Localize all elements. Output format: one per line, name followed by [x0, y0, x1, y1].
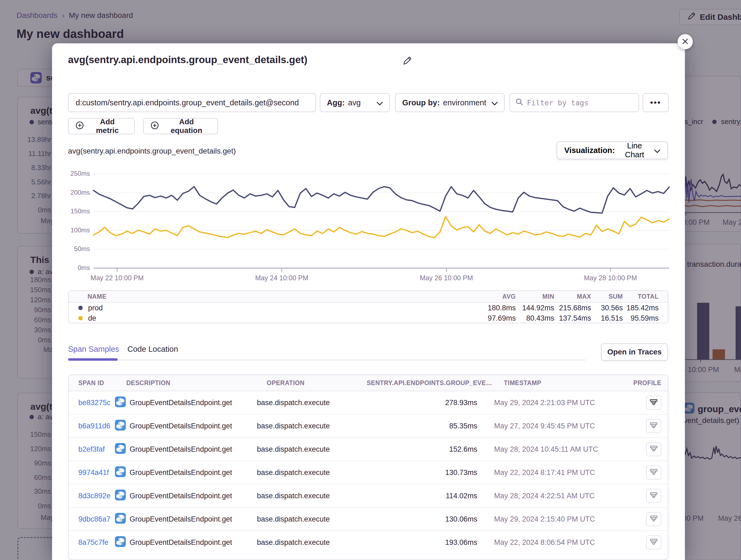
- span-id-link[interactable]: b2ef3faf: [78, 445, 105, 454]
- summary-header-max: MAX: [554, 293, 591, 300]
- span-timestamp: May 29, 2024 2:15:40 PM UTC: [494, 515, 603, 524]
- series-avg: 180.8ms: [475, 304, 516, 312]
- span-timestamp: May 22, 2024 8:06:54 PM UTC: [494, 538, 603, 547]
- axis-tick: 150ms: [52, 208, 90, 215]
- series-total: 95.59ms: [623, 314, 659, 323]
- span-operation: base.dispatch.execute: [257, 515, 357, 524]
- span-id-link[interactable]: 9dbc86a7: [78, 515, 111, 524]
- profiling-icon: [650, 445, 658, 453]
- tag-filter-field: [510, 93, 639, 112]
- visualization-select[interactable]: Visualization: Line Chart: [557, 141, 668, 159]
- span-id-link[interactable]: b6a911d6: [78, 422, 110, 430]
- span-id-link[interactable]: be83275c: [78, 399, 111, 407]
- series-max: 215.68ms: [554, 304, 591, 312]
- span-sample-row[interactable]: 8d3c892e GroupEventDetailsEndpoint.get b…: [69, 484, 668, 508]
- add-metric-label: Add metric: [87, 117, 127, 135]
- span-duration: 130.06ms: [357, 515, 477, 524]
- series-color-dot: [78, 316, 83, 320]
- span-id-link[interactable]: 9974a41f: [78, 469, 109, 477]
- plus-circle-icon: [151, 121, 159, 131]
- span-description: GroupEventDetailsEndpoint.get: [130, 445, 232, 454]
- metric-details-modal: avg(sentry.api.endpoints.group_event_det…: [52, 43, 685, 560]
- header-profile: PROFILE: [612, 379, 668, 387]
- header-metric-value: SENTRY.API.ENDPOINTS.GROUP_EVE…: [367, 379, 487, 387]
- header-span-id: SPAN ID: [69, 379, 126, 387]
- overflow-menu-button[interactable]: •••: [643, 93, 669, 112]
- span-table-body: be83275c GroupEventDetailsEndpoint.get b…: [69, 391, 668, 554]
- span-timestamp: May 22, 2024 8:17:41 PM UTC: [494, 469, 603, 477]
- view-profile-button[interactable]: [646, 512, 661, 526]
- aggregate-value: avg: [348, 98, 361, 107]
- axis-tick: May 28 10:00 PM: [570, 274, 651, 282]
- summary-header-total: TOTAL: [623, 293, 659, 300]
- aggregate-select[interactable]: Agg: avg: [320, 93, 390, 112]
- span-timestamp: May 28, 2024 10:45:11 AM UTC: [494, 445, 603, 454]
- span-timestamp: May 29, 2024 2:21:03 PM UTC: [494, 399, 603, 407]
- chart-series-label: avg(sentry.api.endpoints.group_event_det…: [68, 147, 236, 155]
- summary-header-avg: AVG: [475, 293, 516, 300]
- axis-tick: 200ms: [52, 189, 90, 196]
- span-sample-row[interactable]: 8a75c7fe GroupEventDetailsEndpoint.get b…: [69, 531, 668, 554]
- span-description: GroupEventDetailsEndpoint.get: [130, 469, 232, 477]
- tab-span-samples[interactable]: Span Samples: [68, 345, 119, 354]
- series-total: 185.42ms: [623, 304, 659, 312]
- python-icon: [115, 536, 126, 549]
- add-metric-button[interactable]: Add metric: [68, 118, 135, 134]
- modal-title: avg(sentry.api.endpoints.group_event_det…: [68, 54, 307, 66]
- span-sample-row[interactable]: 9dbc86a7 GroupEventDetailsEndpoint.get b…: [69, 508, 668, 531]
- view-profile-button[interactable]: [646, 466, 661, 480]
- tag-filter-input[interactable]: [527, 98, 633, 107]
- python-icon: [115, 443, 126, 456]
- span-sample-row[interactable]: be83275c GroupEventDetailsEndpoint.get b…: [69, 391, 668, 415]
- span-duration: 152.6ms: [357, 445, 477, 454]
- span-operation: base.dispatch.execute: [257, 422, 357, 430]
- search-icon: [516, 98, 523, 107]
- edit-title-button[interactable]: [401, 55, 413, 67]
- python-icon: [115, 396, 126, 409]
- modal-close-button[interactable]: [678, 34, 693, 49]
- axis-tick: 250ms: [52, 170, 90, 177]
- add-equation-button[interactable]: Add equation: [143, 118, 218, 134]
- header-operation: OPERATION: [267, 379, 367, 387]
- series-name: prod: [88, 304, 103, 312]
- summary-header-min: MIN: [516, 293, 554, 300]
- visualization-label: Visualization:: [564, 146, 615, 155]
- span-duration: 278.93ms: [357, 399, 477, 407]
- span-sample-row[interactable]: b6a911d6 GroupEventDetailsEndpoint.get b…: [69, 415, 668, 438]
- span-description: GroupEventDetailsEndpoint.get: [130, 492, 232, 500]
- view-profile-button[interactable]: [646, 442, 661, 456]
- span-duration: 114.02ms: [357, 492, 477, 500]
- metric-query-input[interactable]: d:custom/sentry.api.endpoints.group_even…: [68, 93, 316, 112]
- span-description: GroupEventDetailsEndpoint.get: [130, 399, 232, 407]
- span-id-link[interactable]: 8a75c7fe: [78, 538, 109, 547]
- summary-row-prod[interactable]: prod 180.8ms 144.92ms 215.68ms 30.56s 18…: [69, 303, 668, 313]
- tab-code-location[interactable]: Code Location: [127, 345, 178, 354]
- view-profile-button[interactable]: [646, 396, 661, 410]
- span-duration: 85.35ms: [357, 422, 477, 430]
- span-timestamp: May 27, 2024 9:45:45 PM UTC: [494, 422, 603, 430]
- add-equation-label: Add equation: [162, 117, 210, 135]
- chevron-down-icon: [377, 98, 383, 107]
- span-description: GroupEventDetailsEndpoint.get: [130, 422, 232, 430]
- view-profile-button[interactable]: [646, 419, 661, 433]
- series-sum: 30.56s: [591, 304, 623, 312]
- view-profile-button[interactable]: [646, 535, 661, 549]
- span-id-link[interactable]: 8d3c892e: [78, 492, 111, 500]
- series-min: 144.92ms: [516, 304, 554, 312]
- group-by-label: Group by:: [402, 98, 440, 107]
- open-in-traces-button[interactable]: Open in Traces: [601, 343, 668, 361]
- aggregate-label: Agg:: [327, 98, 345, 107]
- group-by-select[interactable]: Group by: environment: [395, 93, 504, 112]
- view-profile-button[interactable]: [646, 489, 661, 503]
- main-chart-svg[interactable]: [93, 174, 669, 272]
- tab-track: [68, 359, 586, 361]
- summary-row-de[interactable]: de 97.69ms 80.43ms 137.54ms 16.51s 95.59…: [69, 313, 668, 323]
- axis-tick: 50ms: [52, 245, 90, 253]
- span-table-header: SPAN ID DESCRIPTION OPERATION SENTRY.API…: [69, 375, 668, 391]
- span-operation: base.dispatch.execute: [257, 538, 357, 547]
- series-min: 80.43ms: [516, 314, 554, 323]
- span-sample-row[interactable]: 9974a41f GroupEventDetailsEndpoint.get b…: [69, 461, 668, 484]
- span-samples-table: SPAN ID DESCRIPTION OPERATION SENTRY.API…: [68, 375, 668, 560]
- summary-header-name: NAME: [69, 293, 475, 300]
- span-sample-row[interactable]: b2ef3faf GroupEventDetailsEndpoint.get b…: [69, 438, 668, 461]
